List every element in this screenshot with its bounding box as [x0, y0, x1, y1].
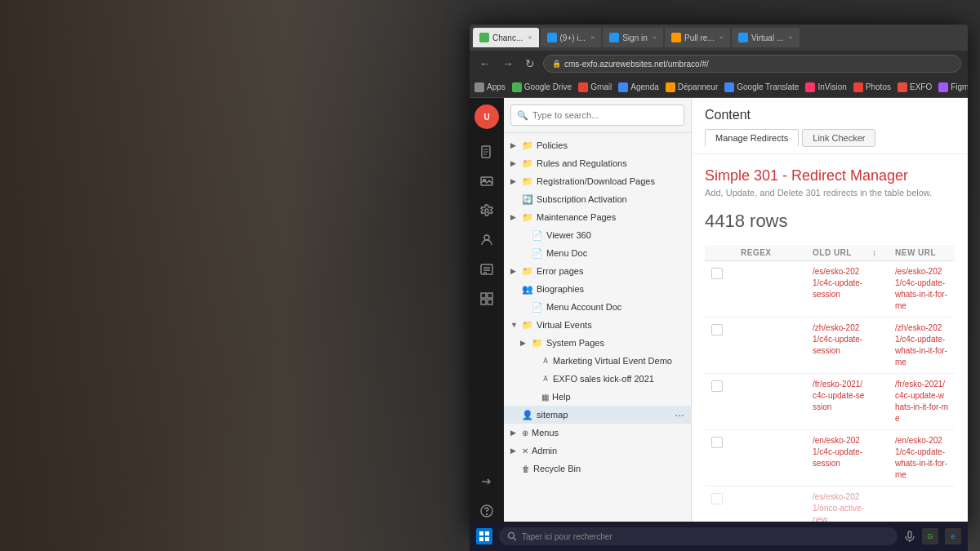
special-icon: Ａ: [541, 373, 550, 384]
row-old-url[interactable]: /es/esko-2021/c4c-update-session: [813, 266, 866, 300]
sidebar-item-users[interactable]: [474, 227, 500, 253]
bookmark-figma[interactable]: Figma: [938, 82, 968, 92]
svg-rect-14: [481, 300, 486, 304]
tab-active[interactable]: Chanc... ×: [473, 28, 539, 47]
tree-item-virtual-events[interactable]: ▼ 📁 Virtual Events: [504, 316, 691, 334]
header-sort[interactable]: ↕: [872, 248, 889, 257]
search-icon: 🔍: [517, 110, 528, 121]
tab-close[interactable]: ×: [528, 33, 532, 42]
sidebar-item-content[interactable]: [474, 139, 500, 165]
svg-point-7: [484, 235, 489, 240]
tree-item-viewer360[interactable]: 📄 Viewer 360: [504, 226, 691, 244]
bookmark-favicon: [618, 82, 628, 92]
bookmark-translate[interactable]: Google Translate: [724, 82, 799, 92]
tab-3[interactable]: Pull re... ×: [665, 28, 730, 47]
tree-item-help[interactable]: ▦ Help: [504, 388, 691, 406]
tree-item-rules-regulations[interactable]: ▶ 📁 Rules and Regulations: [504, 154, 691, 172]
search-input[interactable]: [510, 104, 684, 126]
row-new-url[interactable]: /en/esko-2021/c4c-update-whats-in-it-for…: [895, 435, 948, 481]
sidebar-item-redirect[interactable]: [474, 469, 500, 495]
sidebar-item-help[interactable]: [474, 498, 500, 524]
tree-item-maintenance[interactable]: ▶ 📁 Maintenance Pages: [504, 208, 691, 226]
tab-4[interactable]: Virtual ... ×: [732, 28, 800, 47]
tree-item-menus[interactable]: ▶ ⊕ Menus: [504, 424, 691, 442]
tab-close[interactable]: ×: [788, 33, 792, 42]
svg-line-23: [514, 538, 516, 540]
sidebar-item-settings[interactable]: [474, 198, 500, 224]
tree-item-sitemap[interactable]: 👤 sitemap ···: [504, 406, 691, 424]
folder-icon: 📁: [532, 338, 543, 349]
tree-item-menu-account[interactable]: 📄 Menu Account Doc: [504, 298, 691, 316]
row-checkbox[interactable]: [711, 437, 723, 448]
windows-button[interactable]: [476, 528, 492, 544]
tree-label: Menu Doc: [546, 248, 684, 258]
tree-item-menu-doc[interactable]: 📄 Menu Doc: [504, 244, 691, 262]
sidebar-logo[interactable]: U: [474, 104, 499, 129]
row-old-url[interactable]: /fr/esko-2021/c4c-update-session: [813, 379, 866, 413]
row-old-url[interactable]: /zh/esko-2021/c4c-update-session: [813, 322, 866, 357]
table-row[interactable]: /es/esko-2021/c4c-update-session /es/esk…: [705, 261, 955, 318]
taskbar-app-1[interactable]: G: [922, 528, 938, 544]
address-bar[interactable]: 🔒 cms-exfo.azurewebsites.net/umbraco/#/: [543, 55, 961, 73]
row-old-url[interactable]: /es/esko-2021/onco-active-new...: [813, 491, 866, 526]
row-checkbox[interactable]: [711, 493, 723, 504]
taskbar-app-icon: e: [951, 532, 955, 540]
microphone-icon[interactable]: [904, 531, 915, 542]
row-new-url[interactable]: /fr/esko-2021/c4c-update-whats-in-it-for…: [895, 379, 948, 424]
redirect-icon: [480, 475, 493, 488]
tab-manage-redirects[interactable]: Manage Redirects: [705, 129, 799, 147]
row-checkbox[interactable]: [711, 268, 723, 279]
bookmark-favicon: [898, 82, 907, 92]
bookmark-depanneur[interactable]: Dépanneur: [666, 82, 718, 92]
row-checkbox[interactable]: [711, 380, 723, 392]
tree-item-admin[interactable]: ▶ ✕ Admin: [504, 442, 691, 460]
tab-1[interactable]: (9+) i... ×: [541, 28, 602, 47]
tree-item-marketing-virtual[interactable]: Ａ Marketing Virtual Event Demo: [504, 352, 691, 370]
tree-item-subscription[interactable]: 🔄 Subscription Activation: [504, 190, 691, 208]
tree-item-registration[interactable]: ▶ 📁 Registration/Download Pages: [504, 172, 691, 190]
row-checkbox[interactable]: [711, 324, 723, 335]
tab-close[interactable]: ×: [719, 33, 724, 42]
sidebar-item-forms[interactable]: [474, 256, 500, 282]
tree-item-exfo-sales[interactable]: Ａ EXFO sales kick-off 2021: [504, 370, 691, 388]
tree-label: Policies: [537, 140, 684, 150]
bookmark-google-drive[interactable]: Google Drive: [512, 82, 572, 92]
bookmark-agenda[interactable]: Agenda: [618, 82, 658, 92]
row-new-url[interactable]: /es/esko-2021/c4c-update-whats-in-it-for…: [895, 266, 948, 312]
more-options-icon[interactable]: ···: [675, 408, 684, 421]
refresh-icon: 🔄: [522, 194, 533, 205]
bookmark-apps[interactable]: Apps: [474, 82, 506, 92]
tab-link-checker[interactable]: Link Checker: [802, 129, 875, 147]
sidebar-item-dashboard[interactable]: [474, 286, 500, 312]
tree-item-recycle-bin[interactable]: 🗑 Recycle Bin: [504, 460, 691, 478]
tree-item-biographies[interactable]: 👥 Biographies: [504, 280, 691, 298]
settings-icon: [480, 204, 493, 217]
tree-item-policies[interactable]: ▶ 📁 Policies: [504, 136, 691, 154]
bookmark-label: Photos: [866, 82, 891, 91]
tree-label: Rules and Regulations: [537, 158, 684, 168]
svg-rect-21: [485, 537, 489, 541]
back-button[interactable]: ←: [476, 56, 494, 72]
forward-button[interactable]: →: [499, 56, 517, 72]
table-row[interactable]: /en/esko-2021/c4c-update-session /en/esk…: [705, 430, 955, 487]
taskbar-app-2[interactable]: e: [945, 528, 961, 544]
row-new-url[interactable]: /zh/esko-2021/c4c-update-whats-in-it-for…: [895, 322, 948, 368]
row-old-url[interactable]: /en/esko-2021/c4c-update-session: [813, 435, 866, 469]
tree-item-error-pages[interactable]: ▶ 📁 Error pages: [504, 262, 691, 280]
bookmark-invision[interactable]: InVision: [805, 82, 846, 92]
bookmark-gmail[interactable]: Gmail: [578, 82, 612, 92]
bookmark-exfo[interactable]: EXFO: [898, 82, 932, 92]
sidebar-item-media[interactable]: [474, 168, 500, 194]
table-row[interactable]: /zh/esko-2021/c4c-update-session /zh/esk…: [705, 318, 955, 374]
tab-close[interactable]: ×: [590, 33, 595, 42]
tab-2[interactable]: Sign in ×: [603, 28, 663, 47]
tab-close[interactable]: ×: [653, 33, 657, 42]
tab-bar: Chanc... × (9+) i... × Sign in × Pull re…: [470, 24, 968, 51]
header-new-url: NEW URL: [895, 248, 948, 257]
bookmark-photos[interactable]: Photos: [853, 82, 891, 92]
reload-button[interactable]: ↻: [522, 56, 538, 72]
table-row[interactable]: /fr/esko-2021/c4c-update-session /fr/esk…: [705, 374, 955, 430]
folder-icon: 📁: [522, 158, 533, 169]
tree-item-system-pages[interactable]: ▶ 📁 System Pages: [504, 334, 691, 352]
search-taskbar[interactable]: Taper ici pour rechercher: [499, 527, 898, 545]
